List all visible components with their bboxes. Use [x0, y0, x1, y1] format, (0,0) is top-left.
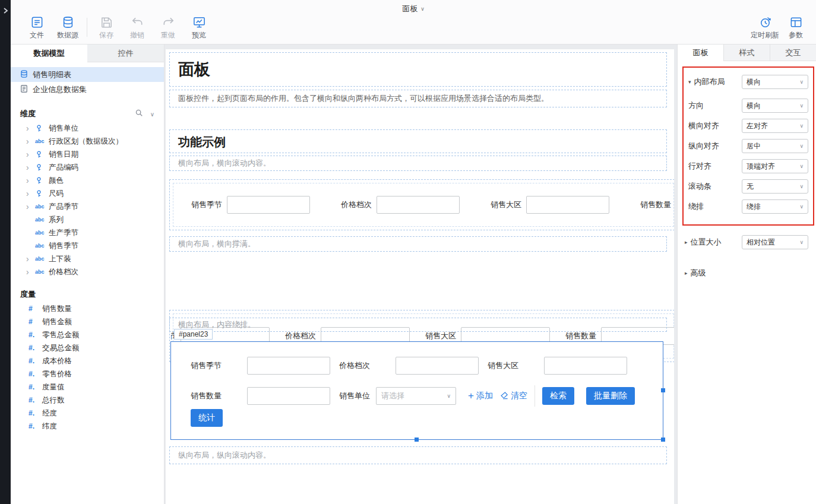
field-input[interactable] [544, 357, 627, 375]
measure-item[interactable]: #.交易总金额 [11, 341, 164, 354]
datasource-button[interactable]: 数据源 [52, 15, 83, 40]
expand-chevron-icon[interactable]: › [26, 125, 35, 132]
toolbar-label: 重做 [161, 30, 175, 40]
preview-button[interactable]: 预览 [184, 15, 214, 40]
expand-chevron-icon[interactable]: › [26, 177, 35, 184]
toolbar-separator [87, 18, 87, 37]
window-title[interactable]: 面板 ∨ [402, 4, 425, 14]
batch-delete-button[interactable]: 批量删除 [586, 387, 635, 405]
hash-icon: #. [29, 370, 42, 378]
title-component[interactable]: 面板 [169, 52, 667, 87]
select-value: 顶端对齐 [747, 161, 775, 172]
measure-item[interactable]: #.零售总金额 [11, 328, 164, 341]
collapse-rail[interactable] [0, 0, 11, 504]
field-label: 销售季节 [191, 360, 247, 371]
layout-group-toggle[interactable]: ▾ 内部布局 [688, 77, 725, 87]
caption-component[interactable]: 横向布局，横向滚动内容。 [169, 156, 667, 171]
unit-select[interactable]: 请选择 ∨ [376, 387, 456, 405]
property-label: 滚动条 [688, 181, 711, 192]
position-size-toggle[interactable]: ▸ 位置大小 [685, 237, 722, 248]
field-input[interactable] [396, 357, 479, 375]
layout-select[interactable]: 横向 ∨ [742, 75, 808, 89]
tab-data-model[interactable]: 数据模型 [11, 45, 87, 62]
tab-panel[interactable]: 面板 [678, 45, 723, 61]
hash-icon: # [29, 305, 42, 313]
search-button[interactable]: 检索 [542, 387, 574, 405]
dimension-item-label: 价格档次 [49, 267, 78, 277]
dimension-item[interactable]: abc生产季节 [11, 226, 164, 239]
selected-wrap-panel[interactable]: 销售季节价格档次销售大区 销售数量 销售单位 请选择 ∨ [170, 341, 663, 440]
measure-item[interactable]: #销售金额 [11, 315, 164, 328]
caption-component[interactable]: 横向布局，横向撑满。 [169, 236, 667, 252]
expand-chevron-icon[interactable]: › [26, 164, 35, 171]
property-select[interactable]: 绕排∨ [742, 199, 808, 214]
property-select[interactable]: 居中∨ [742, 139, 808, 153]
resize-handle-bottom-right[interactable] [661, 438, 665, 442]
field-input[interactable] [247, 387, 330, 405]
dimension-item[interactable]: ›尺码 [11, 187, 164, 200]
left-sidebar: 数据模型 控件 销售明细表 企业信息数据集 维度 [11, 45, 165, 504]
dimension-item-label: 颜色 [49, 176, 64, 186]
expand-chevron-icon[interactable]: › [26, 138, 35, 145]
description-component[interactable]: 面板控件，起到页面布局的作用。包含了横向和纵向两种布局方式，可以根据应用场景选择… [169, 90, 667, 107]
timer-refresh-button[interactable]: 定时刷新 [749, 15, 780, 40]
database-icon [20, 69, 29, 80]
dimension-item[interactable]: ›abc产品季节 [11, 200, 164, 213]
key-field-icon [35, 189, 49, 198]
measure-item[interactable]: #.纬度 [11, 420, 164, 433]
dimension-item-label: 尺码 [49, 189, 64, 199]
property-select[interactable]: 顶端对齐∨ [742, 159, 808, 173]
tab-interaction[interactable]: 交互 [770, 45, 816, 61]
caption-component[interactable]: 横向布局，内容绕排。 [169, 318, 667, 332]
expand-chevron-icon[interactable]: › [26, 190, 35, 197]
chevron-down-icon[interactable]: ∨ [150, 111, 154, 118]
field-group: 销售大区 [488, 357, 627, 375]
dimension-item[interactable]: ›产品编码 [11, 161, 164, 174]
measure-item[interactable]: #销售数量 [11, 302, 164, 315]
dimension-item[interactable]: ›销售日期 [11, 148, 164, 161]
dataset-item-sales-detail[interactable]: 销售明细表 [11, 67, 164, 82]
dimension-item[interactable]: ›abc行政区划（数据级次） [11, 135, 164, 148]
dimension-item[interactable]: ›abc上下装 [11, 252, 164, 265]
dimension-item[interactable]: ›abc价格档次 [11, 265, 164, 278]
measure-item[interactable]: #.成本价格 [11, 354, 164, 367]
caption-component[interactable]: 纵向布局，纵向滚动内容。 [169, 446, 667, 464]
measure-item[interactable]: #.总行数 [11, 394, 164, 407]
scroll-panel-row: 销售季节价格档次销售大区销售数量 [171, 181, 674, 229]
dimension-item[interactable]: abc销售季节 [11, 239, 164, 252]
section-title-component[interactable]: 功能示例 [169, 129, 667, 153]
tab-style[interactable]: 样式 [723, 45, 770, 61]
measure-item[interactable]: #.度量值 [11, 381, 164, 394]
dimension-item[interactable]: ›销售单位 [11, 122, 164, 135]
expand-chevron-icon[interactable]: › [26, 151, 35, 158]
stats-button[interactable]: 统计 [191, 409, 223, 427]
horizontal-scroll-panel[interactable]: 销售季节价格档次销售大区销售数量 [169, 179, 674, 230]
parameters-button[interactable]: 参数 [780, 15, 811, 40]
dimension-item[interactable]: ›颜色 [11, 174, 164, 187]
expand-chevron-icon[interactable]: › [26, 255, 35, 262]
position-select[interactable]: 相对位置 ∨ [742, 235, 808, 249]
property-select[interactable]: 横向∨ [742, 99, 808, 113]
field-input[interactable] [227, 196, 310, 214]
add-link[interactable]: + 添加 [468, 391, 493, 401]
tab-widgets[interactable]: 控件 [87, 45, 164, 62]
clear-link[interactable]: 清空 [500, 391, 527, 401]
field-input[interactable] [247, 357, 330, 375]
field-input[interactable] [377, 196, 460, 214]
resize-handle-right[interactable] [661, 388, 665, 392]
property-select[interactable]: 无∨ [742, 179, 808, 194]
expand-chevron-icon[interactable]: › [26, 203, 35, 210]
advanced-toggle[interactable]: ▸ 高级 [685, 268, 706, 278]
layout-group-highlight: ▾ 内部布局 横向 ∨ 方向横向∨横向对齐左对齐∨纵向对齐居中∨行对齐顶端对齐∨… [682, 66, 814, 226]
expand-chevron-icon[interactable]: › [26, 268, 35, 275]
measure-item[interactable]: #.零售价格 [11, 367, 164, 381]
resize-handle-bottom[interactable] [415, 438, 419, 442]
measure-item-label: 总行数 [42, 395, 65, 405]
dataset-item-enterprise-info[interactable]: 企业信息数据集 [11, 82, 164, 97]
property-select[interactable]: 左对齐∨ [742, 119, 808, 133]
search-icon[interactable] [135, 109, 143, 119]
field-input[interactable] [526, 196, 609, 214]
file-button[interactable]: 文件 [21, 15, 52, 40]
measure-item[interactable]: #.经度 [11, 407, 164, 420]
dimension-item[interactable]: abc系列 [11, 213, 164, 226]
